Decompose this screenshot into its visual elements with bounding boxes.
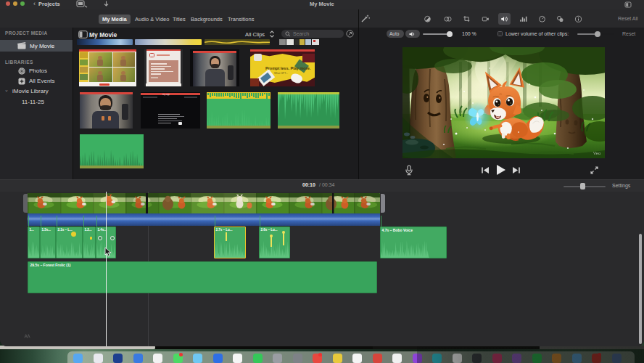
svg-text:Veo: Veo	[593, 151, 601, 155]
